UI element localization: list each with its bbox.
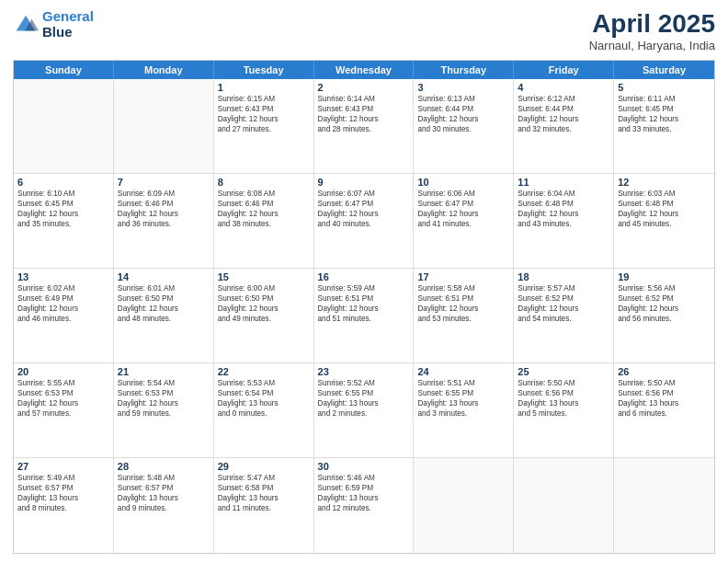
day-info-line: Sunrise: 5:49 AM xyxy=(17,473,109,483)
day-number: 19 xyxy=(618,271,711,282)
day-info-line: and 11 minutes. xyxy=(218,503,310,513)
logo: General Blue xyxy=(13,9,94,40)
day-number: 11 xyxy=(518,177,609,188)
calendar-day-cell: 14Sunrise: 6:01 AMSunset: 6:50 PMDayligh… xyxy=(114,269,214,362)
calendar-day-cell: 29Sunrise: 5:47 AMSunset: 6:58 PMDayligh… xyxy=(214,458,314,553)
day-info-line: Daylight: 13 hours xyxy=(518,398,609,408)
day-info-line: and 6 minutes. xyxy=(618,408,711,419)
calendar-day-cell: 27Sunrise: 5:49 AMSunset: 6:57 PMDayligh… xyxy=(14,458,114,553)
calendar-row: 1Sunrise: 6:15 AMSunset: 6:43 PMDaylight… xyxy=(14,79,714,174)
calendar-day-cell: 8Sunrise: 6:08 AMSunset: 6:46 PMDaylight… xyxy=(214,174,314,268)
day-info-line: and 43 minutes. xyxy=(518,219,609,229)
day-number: 16 xyxy=(318,271,410,282)
day-info-line: and 27 minutes. xyxy=(218,124,310,134)
day-info-line: and 51 minutes. xyxy=(318,314,410,324)
calendar-day-cell: 26Sunrise: 5:50 AMSunset: 6:56 PMDayligh… xyxy=(614,363,714,457)
day-info-line: Daylight: 12 hours xyxy=(318,209,410,219)
day-info-line: Daylight: 12 hours xyxy=(417,304,509,314)
calendar-row: 6Sunrise: 6:10 AMSunset: 6:45 PMDaylight… xyxy=(14,174,714,269)
day-info-line: and 41 minutes. xyxy=(417,219,509,229)
day-info-line: and 56 minutes. xyxy=(618,314,711,324)
day-info-line: Sunset: 6:43 PM xyxy=(318,104,410,114)
day-info-line: Sunset: 6:52 PM xyxy=(518,293,609,304)
day-info-line: and 28 minutes. xyxy=(318,124,410,134)
day-info-line: Sunset: 6:44 PM xyxy=(417,104,509,114)
day-info-line: Daylight: 12 hours xyxy=(618,209,711,219)
day-info-line: Sunset: 6:45 PM xyxy=(17,199,109,209)
day-info-line: Sunrise: 5:48 AM xyxy=(118,473,210,483)
calendar-day-cell: 25Sunrise: 5:50 AMSunset: 6:56 PMDayligh… xyxy=(514,363,614,457)
day-info-line: and 36 minutes. xyxy=(118,219,210,229)
day-info-line: and 35 minutes. xyxy=(17,219,109,229)
day-info-line: Daylight: 13 hours xyxy=(218,398,310,408)
day-number: 9 xyxy=(318,177,410,188)
weekday-header: Friday xyxy=(514,61,614,79)
day-info-line: Sunrise: 5:46 AM xyxy=(318,473,410,483)
calendar-day-cell: 13Sunrise: 6:02 AMSunset: 6:49 PMDayligh… xyxy=(14,269,114,362)
page: General Blue April 2025 Narnaul, Haryana… xyxy=(0,0,728,563)
day-info-line: Sunset: 6:44 PM xyxy=(518,104,609,114)
day-info-line: Daylight: 12 hours xyxy=(518,304,609,314)
day-info-line: Sunset: 6:56 PM xyxy=(518,388,609,398)
day-info-line: and 32 minutes. xyxy=(518,124,609,134)
day-info-line: and 8 minutes. xyxy=(17,503,109,513)
day-info-line: Daylight: 12 hours xyxy=(218,209,310,219)
day-info-line: Daylight: 13 hours xyxy=(318,493,410,503)
day-number: 17 xyxy=(417,271,509,282)
day-info-line: Sunrise: 6:02 AM xyxy=(17,283,109,293)
day-info-line: Daylight: 12 hours xyxy=(318,114,410,124)
day-number: 27 xyxy=(17,461,109,472)
day-info-line: and 49 minutes. xyxy=(218,314,310,324)
day-info-line: Sunrise: 5:55 AM xyxy=(17,378,109,388)
day-info-line: and 3 minutes. xyxy=(417,408,509,419)
day-info-line: Daylight: 12 hours xyxy=(518,114,609,124)
day-number: 18 xyxy=(518,271,609,282)
empty-cell xyxy=(614,458,714,553)
day-number: 26 xyxy=(618,366,711,377)
calendar-day-cell: 4Sunrise: 6:12 AMSunset: 6:44 PMDaylight… xyxy=(514,79,614,173)
calendar-day-cell: 10Sunrise: 6:06 AMSunset: 6:47 PMDayligh… xyxy=(414,174,514,268)
day-info-line: Daylight: 12 hours xyxy=(618,114,711,124)
title-section: April 2025 Narnaul, Haryana, India xyxy=(589,9,715,52)
weekday-header: Wednesday xyxy=(314,61,415,79)
empty-cell xyxy=(514,458,614,553)
calendar-row: 27Sunrise: 5:49 AMSunset: 6:57 PMDayligh… xyxy=(14,458,714,553)
day-info-line: Sunset: 6:48 PM xyxy=(618,199,711,209)
day-info-line: and 59 minutes. xyxy=(118,408,210,419)
main-title: April 2025 xyxy=(589,9,715,39)
day-info-line: Daylight: 12 hours xyxy=(417,114,509,124)
weekday-header: Sunday xyxy=(14,61,114,79)
day-info-line: Daylight: 12 hours xyxy=(17,304,109,314)
weekday-header: Thursday xyxy=(414,61,514,79)
day-info-line: Sunset: 6:50 PM xyxy=(118,293,210,304)
day-info-line: Sunrise: 5:53 AM xyxy=(218,378,310,388)
day-info-line: Sunset: 6:46 PM xyxy=(118,199,210,209)
day-number: 5 xyxy=(618,82,711,93)
day-info-line: Sunset: 6:59 PM xyxy=(318,483,410,493)
day-info-line: Sunrise: 6:14 AM xyxy=(318,94,410,104)
logo-text: General Blue xyxy=(42,9,94,40)
calendar-day-cell: 20Sunrise: 5:55 AMSunset: 6:53 PMDayligh… xyxy=(14,363,114,457)
day-info-line: Sunrise: 5:50 AM xyxy=(518,378,609,388)
empty-cell xyxy=(414,458,514,553)
day-info-line: and 54 minutes. xyxy=(518,314,609,324)
calendar-day-cell: 7Sunrise: 6:09 AMSunset: 6:46 PMDaylight… xyxy=(114,174,214,268)
day-number: 21 xyxy=(118,366,210,377)
day-info-line: and 5 minutes. xyxy=(518,408,609,419)
day-info-line: Sunrise: 6:01 AM xyxy=(118,283,210,293)
day-info-line: Sunset: 6:50 PM xyxy=(218,293,310,304)
day-number: 1 xyxy=(218,82,310,93)
day-info-line: Sunrise: 5:54 AM xyxy=(118,378,210,388)
calendar-header: SundayMondayTuesdayWednesdayThursdayFrid… xyxy=(14,61,714,79)
day-info-line: Sunset: 6:57 PM xyxy=(17,483,109,493)
logo-icon xyxy=(13,12,39,38)
calendar-row: 13Sunrise: 6:02 AMSunset: 6:49 PMDayligh… xyxy=(14,269,714,363)
calendar-day-cell: 3Sunrise: 6:13 AMSunset: 6:44 PMDaylight… xyxy=(414,79,514,173)
day-info-line: Daylight: 12 hours xyxy=(417,209,509,219)
day-info-line: Sunrise: 6:12 AM xyxy=(518,94,609,104)
day-number: 6 xyxy=(17,177,109,188)
calendar-day-cell: 18Sunrise: 5:57 AMSunset: 6:52 PMDayligh… xyxy=(514,269,614,362)
day-info-line: Sunrise: 6:07 AM xyxy=(318,189,410,199)
calendar: SundayMondayTuesdayWednesdayThursdayFrid… xyxy=(13,60,715,554)
day-info-line: Daylight: 12 hours xyxy=(118,304,210,314)
